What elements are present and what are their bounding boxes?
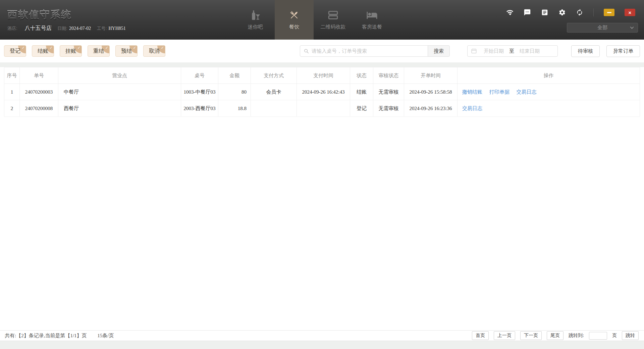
cell-table-no: 1003-中餐厅03 xyxy=(181,84,218,100)
cell-pay-time xyxy=(297,100,350,117)
app-window: 西软值守系统 酒店:八十五号店 日期:2024-07-02 工号:HYH851 … xyxy=(0,0,644,349)
tab-qrcode-pay[interactable]: 二维码收款 xyxy=(314,0,353,40)
record-summary: 共有:【2】条记录,当前是第【1/1】页 xyxy=(5,333,87,338)
cancel-button[interactable]: 取消 ✓ xyxy=(143,45,165,57)
jump-button[interactable]: 跳转 xyxy=(622,331,639,340)
action-link-revoke-checkout[interactable]: 撤销结账 xyxy=(462,89,482,95)
cell-operations: 交易日志 xyxy=(458,100,640,117)
cell-operations: 撤销结账 打印单据 交易日志 xyxy=(458,84,640,100)
search-button[interactable]: 搜索 xyxy=(428,45,450,57)
cell-open-time: 2024-09-26 15:58:58 xyxy=(404,84,458,100)
wifi-icon[interactable] xyxy=(506,9,514,16)
action-link-transaction-log[interactable]: 交易日志 xyxy=(462,106,482,111)
titlebar: 西软值守系统 酒店:八十五号店 日期:2024-07-02 工号:HYH851 … xyxy=(0,0,644,40)
search-box xyxy=(300,45,428,57)
cell-status: 登记 xyxy=(350,100,373,117)
search-group: 搜索 xyxy=(300,45,450,57)
room-service-icon xyxy=(366,9,378,21)
titlebar-divider xyxy=(593,8,594,16)
record-summary-block: 共有:【2】条记录,当前是第【1/1】页 15条/页 xyxy=(5,333,123,339)
cell-status: 结账 xyxy=(350,84,373,100)
column-header-pay-method: 支付方式 xyxy=(251,67,297,84)
cell-amount: 18.8 xyxy=(218,100,251,117)
cell-outlet: 西餐厅 xyxy=(58,100,181,117)
tab-dining-label: 餐饮 xyxy=(289,24,299,30)
qrcode-pay-icon xyxy=(327,9,339,21)
column-header-seq: 序号 xyxy=(4,67,20,84)
chevron-down-icon xyxy=(630,25,634,29)
column-header-outlet: 营业点 xyxy=(58,67,181,84)
column-header-status: 状态 xyxy=(350,67,373,84)
end-date-input[interactable] xyxy=(515,48,544,54)
filter-dropdown[interactable]: 全部 xyxy=(567,23,638,33)
tab-minibar[interactable]: 迷你吧 xyxy=(236,0,275,40)
minimize-button[interactable] xyxy=(604,9,614,16)
column-header-open-time: 开单时间 xyxy=(404,67,458,84)
cell-pay-time: 2024-09-26 16:42:43 xyxy=(297,84,350,100)
cell-order-no: 24070200008 xyxy=(20,100,58,117)
session-info: 酒店:八十五号店 日期:2024-07-02 工号:HYH851 xyxy=(7,25,130,32)
jump-to-label: 跳转到: xyxy=(569,333,584,339)
cell-pay-method: 会员卡 xyxy=(251,84,297,100)
cell-order-no: 24070200003 xyxy=(20,84,58,100)
table-header-row: 序号 单号 营业点 桌号 金额 支付方式 支付时间 状态 审核状态 开单时间 操… xyxy=(4,67,640,84)
start-date-input[interactable] xyxy=(479,48,508,54)
pending-audit-button[interactable]: 待审核 xyxy=(571,45,600,57)
minimize-icon xyxy=(607,12,611,13)
charge-account-button[interactable]: 挂账 ✓ xyxy=(60,45,82,57)
page-unit-label: 页 xyxy=(612,333,617,339)
date-range-picker: 至 xyxy=(467,45,558,57)
tab-dining[interactable]: 餐饮 xyxy=(275,0,314,40)
refresh-icon[interactable] xyxy=(576,9,583,16)
register-button[interactable]: 登记 ✓ xyxy=(4,45,26,57)
close-button[interactable]: × xyxy=(625,9,635,16)
prev-page-button[interactable]: 上一页 xyxy=(494,331,515,340)
tab-qrcode-pay-label: 二维码收款 xyxy=(321,24,346,30)
page-number-input[interactable] xyxy=(589,332,607,340)
cell-seq: 1 xyxy=(4,84,20,100)
dining-icon xyxy=(288,9,300,21)
date-separator: 至 xyxy=(509,48,514,54)
column-header-pay-time: 支付时间 xyxy=(297,67,350,84)
tab-room-service[interactable]: 客房送餐 xyxy=(353,0,391,40)
filter-buttons: 待审核 异常订单 xyxy=(571,45,640,57)
column-header-table-no: 桌号 xyxy=(181,67,218,84)
action-link-print-receipt[interactable]: 打印单据 xyxy=(489,89,509,95)
next-page-button[interactable]: 下一页 xyxy=(520,331,542,340)
chat-icon[interactable] xyxy=(524,9,531,16)
tab-room-service-label: 客房送餐 xyxy=(362,24,382,30)
table-row: 1 24070200003 中餐厅 1003-中餐厅03 80 会员卡 2024… xyxy=(4,84,640,100)
hotel-name: 八十五号店 xyxy=(25,25,52,31)
calendar-icon xyxy=(471,48,477,54)
cell-outlet: 中餐厅 xyxy=(58,84,181,100)
cell-open-time: 2024-09-26 16:23:36 xyxy=(404,100,458,117)
pre-settle-button[interactable]: 预结 ✓ xyxy=(115,45,138,57)
column-header-amount: 金额 xyxy=(218,67,251,84)
tab-minibar-label: 迷你吧 xyxy=(248,24,263,30)
action-link-transaction-log[interactable]: 交易日志 xyxy=(517,89,537,95)
gear-icon[interactable] xyxy=(558,9,566,16)
toolbar: 登记 ✓ 结账 ✓ 挂账 ✓ 重结 ✓ 预结 ✓ 取消 ✓ xyxy=(0,40,644,62)
minibar-icon xyxy=(250,9,261,21)
search-input[interactable] xyxy=(312,46,426,56)
re-settle-button[interactable]: 重结 ✓ xyxy=(88,45,110,57)
titlebar-actions: × 全部 xyxy=(490,0,644,33)
cell-table-no: 2003-西餐厅03 xyxy=(181,100,218,117)
cell-amount: 80 xyxy=(218,84,251,100)
employee-id: HYH851 xyxy=(108,26,125,31)
cell-pay-method xyxy=(251,100,297,117)
table-row: 2 24070200008 西餐厅 2003-西餐厅03 18.8 登记 无需审… xyxy=(4,100,640,117)
checkout-button[interactable]: 结账 ✓ xyxy=(32,45,54,57)
search-icon xyxy=(304,48,309,54)
abnormal-orders-button[interactable]: 异常订单 xyxy=(606,45,640,57)
cell-audit-status: 无需审核 xyxy=(373,100,404,117)
close-icon: × xyxy=(629,10,632,15)
business-date-label: 日期: xyxy=(57,26,67,31)
first-page-button[interactable]: 首页 xyxy=(472,331,489,340)
last-page-button[interactable]: 尾页 xyxy=(547,331,564,340)
order-action-buttons: 登记 ✓ 结账 ✓ 挂账 ✓ 重结 ✓ 预结 ✓ 取消 ✓ xyxy=(4,45,165,57)
business-date: 2024-07-02 xyxy=(69,26,91,31)
hotel-label: 酒店: xyxy=(7,26,17,31)
document-icon[interactable] xyxy=(541,9,548,16)
column-header-audit-status: 审核状态 xyxy=(373,67,404,84)
